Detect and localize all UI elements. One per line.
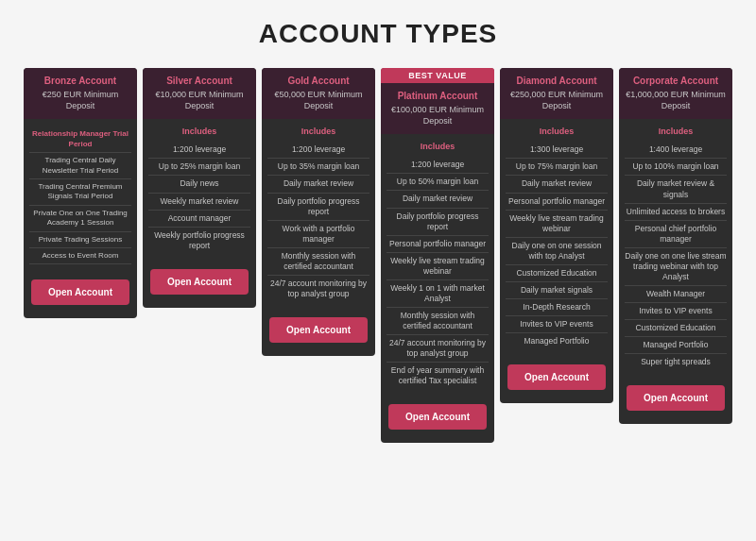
open-account-button-gold[interactable]: Open Account	[269, 317, 368, 343]
feature-item: Daily portfolio progress report	[387, 209, 489, 236]
account-deposit-bronze: €250 EUR Minimum Deposit	[29, 90, 131, 111]
feature-item: Customized Education	[625, 320, 727, 337]
feature-item: Up to 25% margin loan	[148, 159, 250, 176]
feature-item: Daily one on one session with top Analys…	[506, 238, 608, 265]
account-deposit-platinum: €100,000 EUR Minimum Deposit	[387, 105, 489, 127]
card-body-silver: Includes1:200 leverageUp to 25% margin l…	[143, 119, 256, 261]
open-account-button-silver[interactable]: Open Account	[150, 269, 249, 295]
feature-item: Daily market signals	[506, 282, 608, 299]
feature-item: 1:400 leverage	[625, 142, 727, 159]
feature-list-bronze: Relationship Manager Trial PeriodTrading…	[29, 127, 131, 264]
open-account-button-corporate[interactable]: Open Account	[627, 385, 725, 411]
card-header-silver: Silver Account €10,000 EUR Minimum Depos…	[143, 68, 256, 119]
account-deposit-gold: €50,000 EUR Minimum Deposit	[267, 90, 369, 111]
includes-label-platinum: Includes	[387, 142, 489, 151]
includes-label-corporate: Includes	[625, 127, 727, 136]
card-header-gold: Gold Account €50,000 EUR Minimum Deposit	[262, 68, 375, 119]
includes-label-diamond: Includes	[506, 127, 608, 136]
feature-item: Weekly market review	[148, 194, 250, 211]
feature-item: Unlimited access to brokers	[625, 204, 727, 221]
account-name-bronze: Bronze Account	[29, 76, 131, 86]
feature-item: Monthly session with certified accountan…	[267, 248, 369, 276]
card-body-corporate: Includes1:400 leverageUp to 100% margin …	[619, 119, 732, 378]
feature-item: Personal portfolio manager	[387, 236, 489, 253]
account-name-silver: Silver Account	[148, 76, 250, 86]
feature-item: Managed Portfolio	[625, 337, 727, 354]
feature-list-gold: 1:200 leverageUp to 35% margin loanDaily…	[267, 142, 369, 302]
feature-item: 1:200 leverage	[148, 142, 250, 159]
feature-item: Work with a portfolio manager	[267, 221, 369, 248]
open-account-button-diamond[interactable]: Open Account	[507, 364, 606, 390]
feature-item: Private Trading Sessions	[29, 232, 131, 248]
feature-item: 1:200 leverage	[387, 157, 489, 174]
card-header-bronze: Bronze Account €250 EUR Minimum Deposit	[24, 68, 137, 119]
feature-item: Daily market review & signals	[625, 176, 727, 203]
card-header-platinum: Platinum Account €100,000 EUR Minimum De…	[381, 83, 494, 134]
card-body-platinum: Includes1:200 leverageUp to 50% margin l…	[381, 134, 494, 397]
feature-item: 24/7 account monitoring by top analyst g…	[387, 335, 489, 363]
feature-item: Monthly session with certified accountan…	[387, 308, 489, 335]
feature-item: Up to 75% margin loan	[506, 159, 608, 176]
account-name-diamond: Diamond Account	[506, 76, 608, 86]
account-card-bronze: Bronze Account €250 EUR Minimum Deposit …	[24, 68, 137, 318]
account-name-corporate: Corporate Account	[625, 76, 727, 86]
feature-item: Wealth Manager	[625, 286, 727, 303]
feature-list-platinum: 1:200 leverageUp to 50% margin loanDaily…	[387, 157, 489, 389]
feature-item: In-Depth Research	[506, 299, 608, 316]
accounts-container: Bronze Account €250 EUR Minimum Deposit …	[19, 68, 737, 443]
best-value-badge: BEST VALUE	[381, 68, 494, 83]
account-card-platinum: BEST VALUE Platinum Account €100,000 EUR…	[381, 68, 494, 443]
feature-item: Weekly 1 on 1 with market Analyst	[387, 280, 489, 308]
feature-item: 1:200 leverage	[267, 142, 369, 159]
feature-item: Personal portfolio manager	[506, 194, 608, 211]
feature-item: Invites to VIP events	[506, 316, 608, 333]
account-deposit-diamond: €250,000 EUR Minimum Deposit	[506, 90, 608, 111]
feature-item: Trading Central Daily Newsletter Trial P…	[29, 153, 131, 179]
feature-item: Relationship Manager Trial Period	[29, 127, 131, 153]
feature-item: 1:300 leverage	[506, 142, 608, 159]
account-card-gold: Gold Account €50,000 EUR Minimum Deposit…	[262, 68, 375, 356]
account-name-gold: Gold Account	[267, 76, 369, 86]
feature-item: Weekly live stream trading webinar	[506, 211, 608, 238]
feature-item: Personal chief portfolio manager	[625, 221, 727, 248]
feature-item: Up to 50% margin loan	[387, 174, 489, 191]
feature-item: Daily news	[148, 176, 250, 193]
feature-item: Weekly portfolio progress report	[148, 228, 250, 254]
account-deposit-silver: €10,000 EUR Minimum Deposit	[148, 90, 250, 111]
feature-item: Daily one on one live stream trading web…	[625, 248, 727, 286]
feature-item: Daily market review	[506, 176, 608, 193]
card-body-bronze: Relationship Manager Trial PeriodTrading…	[24, 119, 137, 272]
page-title: ACCOUNT TYPES	[19, 19, 737, 49]
feature-item: Account manager	[148, 211, 250, 228]
card-header-diamond: Diamond Account €250,000 EUR Minimum Dep…	[500, 68, 613, 119]
feature-item: Weekly live stream trading webinar	[387, 253, 489, 280]
account-deposit-corporate: €1,000,000 EUR Minimum Deposit	[625, 90, 727, 111]
card-body-gold: Includes1:200 leverageUp to 35% margin l…	[262, 119, 375, 310]
feature-item: Access to Event Room	[29, 248, 131, 264]
feature-item: Invites to VIP events	[625, 303, 727, 320]
feature-item: Up to 35% margin loan	[267, 159, 369, 176]
feature-item: Trading Central Premium Signals Trial Pe…	[29, 179, 131, 206]
open-account-button-bronze[interactable]: Open Account	[31, 279, 129, 305]
account-card-corporate: Corporate Account €1,000,000 EUR Minimum…	[619, 68, 732, 424]
card-body-diamond: Includes1:300 leverageUp to 75% margin l…	[500, 119, 613, 357]
feature-item: 24/7 account monitoring by top analyst g…	[267, 276, 369, 302]
feature-list-corporate: 1:400 leverageUp to 100% margin loanDail…	[625, 142, 727, 370]
feature-item: End of year summary with certified Tax s…	[387, 363, 489, 389]
feature-item: Up to 100% margin loan	[625, 159, 727, 176]
open-account-button-platinum[interactable]: Open Account	[388, 404, 487, 430]
feature-item: Private One on One Trading Academy 1 Ses…	[29, 206, 131, 232]
feature-item: Super tight spreads	[625, 354, 727, 370]
feature-item: Customized Education	[506, 265, 608, 282]
card-header-corporate: Corporate Account €1,000,000 EUR Minimum…	[619, 68, 732, 119]
account-card-diamond: Diamond Account €250,000 EUR Minimum Dep…	[500, 68, 613, 403]
feature-item: Daily market review	[387, 191, 489, 208]
feature-list-diamond: 1:300 leverageUp to 75% margin loanDaily…	[506, 142, 608, 349]
account-name-platinum: Platinum Account	[387, 91, 489, 101]
feature-list-silver: 1:200 leverageUp to 25% margin loanDaily…	[148, 142, 250, 253]
includes-label-silver: Includes	[148, 127, 250, 136]
feature-item: Managed Portfolio	[506, 333, 608, 349]
account-card-silver: Silver Account €10,000 EUR Minimum Depos…	[143, 68, 256, 308]
feature-item: Daily market review	[267, 176, 369, 193]
includes-label-gold: Includes	[267, 127, 369, 136]
